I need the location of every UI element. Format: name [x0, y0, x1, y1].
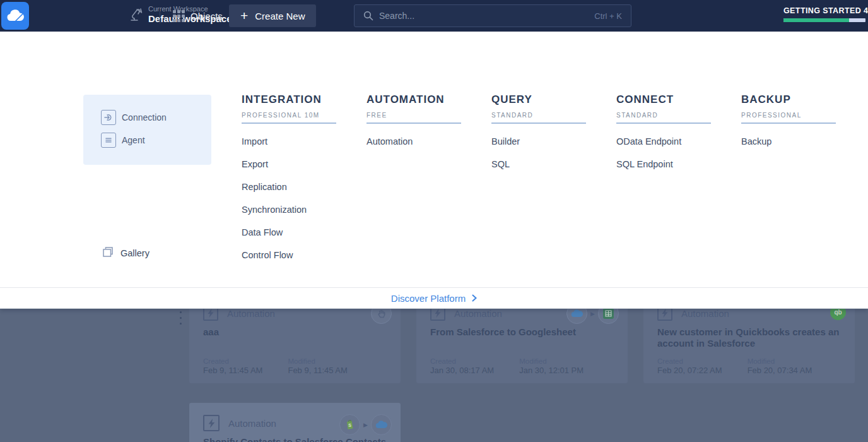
column-underline — [616, 122, 711, 124]
column-title: QUERY — [491, 93, 592, 106]
modified-value: Feb 9, 11:45 AM — [288, 366, 347, 375]
column-title: BACKUP — [741, 93, 842, 106]
card-type-label: Automation — [228, 418, 276, 429]
menu-side-panel: Connection Agent — [83, 95, 211, 165]
modified-label: Modified — [288, 357, 347, 366]
card-type-label: Automation — [681, 308, 729, 319]
discover-platform-label: Discover Platform — [391, 293, 466, 304]
column-plan-label: PROFESSIONAL — [741, 112, 842, 119]
menu-column-query: QUERY STANDARD Builder SQL — [491, 93, 592, 169]
column-underline — [242, 122, 336, 124]
card-type-label: Automation — [227, 308, 275, 319]
card-type-label: Automation — [454, 308, 502, 319]
modified-value: Jan 30, 12:01 PM — [519, 366, 584, 375]
created-label: Created — [203, 357, 262, 366]
gallery-label: Gallery — [120, 248, 150, 258]
created-value: Feb 9, 11:45 AM — [203, 366, 262, 375]
menu-footer: Discover Platform — [0, 287, 868, 309]
discover-platform-link[interactable]: Discover Platform — [391, 293, 477, 304]
progress-fill — [783, 18, 849, 22]
menu-column-automation: AUTOMATION FREE Automation — [367, 93, 467, 146]
card-dates: Created Jan 30, 08:17 AM Modified Jan 30… — [430, 357, 584, 375]
getting-started-label: GETTING STARTED 4/ 5 — [783, 6, 865, 15]
global-search: Ctrl + K — [354, 4, 631, 27]
menu-item-sql[interactable]: SQL — [491, 159, 592, 169]
automation-bolt-icon — [203, 415, 220, 431]
card-title: New customer in Quickbooks creates an ac… — [657, 326, 847, 349]
nav-objects[interactable]: Objects — [173, 0, 223, 32]
modified-label: Modified — [748, 357, 812, 366]
column-underline — [491, 122, 586, 124]
objects-label: Objects — [191, 11, 223, 21]
app-root: Automation aaa Created Feb 9, 11:45 AM M… — [0, 0, 868, 442]
modified-value: Feb 20, 07:34 AM — [748, 366, 812, 375]
column-underline — [367, 122, 461, 124]
created-value: Jan 30, 08:17 AM — [430, 366, 494, 375]
connection-icon — [101, 110, 116, 125]
getting-started-widget[interactable]: GETTING STARTED 4/ 5 — [783, 6, 865, 22]
create-new-label: Create New — [255, 11, 305, 21]
salesforce-icon — [371, 414, 392, 435]
column-plan-label: STANDARD — [616, 112, 717, 119]
menu-column-backup: BACKUP PROFESSIONAL Backup — [741, 93, 842, 146]
menu-item-connection[interactable]: Connection — [101, 110, 167, 125]
objects-grid-icon — [173, 10, 185, 22]
column-plan-label: FREE — [367, 112, 467, 119]
card-title: From Salesforce to Googlesheet — [430, 326, 619, 338]
gallery-icon — [102, 246, 114, 260]
flow-arrow-icon: ▶ — [363, 422, 368, 428]
created-label: Created — [430, 357, 494, 366]
card-title: aaa — [203, 326, 392, 338]
menu-item-odata-endpoint[interactable]: OData Endpoint — [616, 136, 717, 146]
column-plan-label: PROFESSIONAL 10M — [242, 112, 343, 119]
menu-item-builder[interactable]: Builder — [491, 136, 592, 146]
automation-card[interactable]: Automation S ▶ Shopify Contacts to Sales… — [189, 403, 401, 442]
column-title: INTEGRATION — [242, 93, 343, 106]
card-dates: Created Feb 9, 11:45 AM Modified Feb 9, … — [203, 357, 348, 375]
card-title: Shopify Contacts to Salesforce Contacts — [203, 436, 392, 442]
column-underline — [741, 122, 836, 124]
created-value: Feb 20, 07:22 AM — [657, 366, 722, 375]
menu-item-label: Connection — [122, 112, 167, 122]
card-connector-icons: S ▶ — [339, 414, 392, 435]
menu-column-integration: INTEGRATION PROFESSIONAL 10M Import Expo… — [242, 93, 343, 260]
menu-item-automation[interactable]: Automation — [367, 136, 467, 146]
top-navbar: Current Workspace Default workspace Obje… — [0, 0, 868, 32]
skyvia-logo[interactable] — [1, 2, 29, 30]
getting-started-progressbar — [783, 18, 865, 22]
menu-column-connect: CONNECT STANDARD OData Endpoint SQL Endp… — [616, 93, 717, 169]
column-title: AUTOMATION — [367, 93, 467, 106]
menu-item-import[interactable]: Import — [242, 136, 343, 146]
menu-item-synchronization[interactable]: Synchronization — [242, 205, 343, 215]
menu-item-label: Agent — [122, 135, 145, 145]
search-input[interactable] — [379, 11, 589, 21]
menu-item-agent[interactable]: Agent — [101, 133, 145, 148]
create-new-button[interactable]: + Create New — [229, 4, 316, 27]
agent-icon — [101, 133, 116, 148]
navbar-divider — [160, 8, 160, 23]
menu-item-export[interactable]: Export — [242, 159, 343, 169]
cloud-logo-icon — [6, 9, 24, 22]
chevron-right-icon — [472, 294, 477, 302]
menu-item-control-flow[interactable]: Control Flow — [242, 250, 343, 260]
menu-item-sql-endpoint[interactable]: SQL Endpoint — [616, 159, 717, 169]
menu-item-data-flow[interactable]: Data Flow — [242, 227, 343, 237]
shopify-icon: S — [339, 414, 360, 435]
workspace-icon — [129, 6, 143, 23]
card-header: Automation — [203, 415, 276, 431]
flow-arrow-icon: ▶ — [590, 311, 595, 317]
menu-item-replication[interactable]: Replication — [242, 182, 343, 192]
column-title: CONNECT — [616, 93, 717, 106]
menu-item-backup[interactable]: Backup — [741, 136, 842, 146]
modified-label: Modified — [519, 357, 584, 366]
created-label: Created — [657, 357, 722, 366]
column-plan-label: STANDARD — [491, 112, 592, 119]
svg-text:S: S — [348, 423, 351, 427]
create-new-megamenu: Connection Agent Gallery INTEGRATION — [0, 32, 868, 309]
card-dates: Created Feb 20, 07:22 AM Modified Feb 20… — [657, 357, 812, 375]
menu-item-gallery[interactable]: Gallery — [102, 246, 150, 260]
search-icon — [363, 11, 373, 21]
search-shortcut: Ctrl + K — [594, 11, 622, 21]
kebab-menu-icon[interactable] — [180, 311, 182, 328]
plus-icon: + — [240, 9, 248, 22]
